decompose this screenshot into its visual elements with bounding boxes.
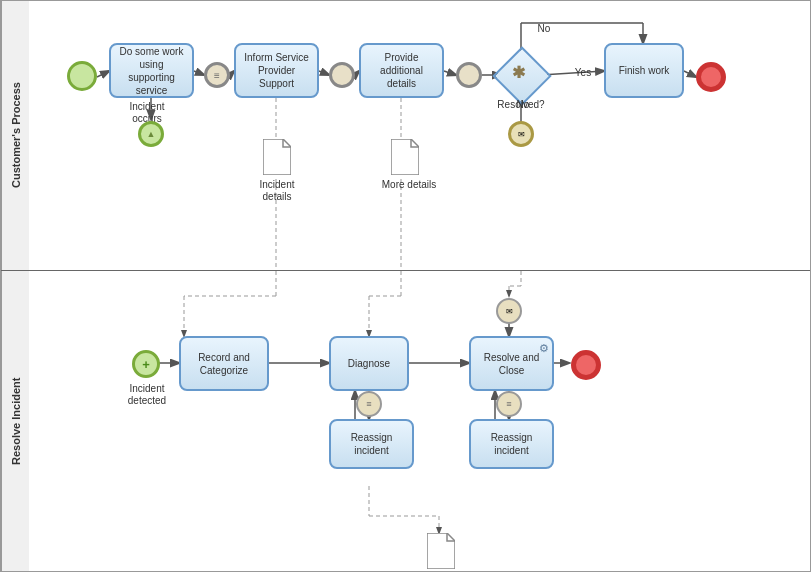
start-event-1: [67, 61, 97, 91]
task-inform-service[interactable]: Inform Service Provider Support: [234, 43, 319, 98]
svg-line-5: [444, 71, 456, 75]
task-record-categorize[interactable]: Record and Categorize: [179, 336, 269, 391]
svg-line-3: [319, 71, 329, 75]
end-event-2: [571, 350, 601, 380]
task-provide-details[interactable]: Provide additional details: [359, 43, 444, 98]
start-event-incident: +: [132, 350, 160, 378]
intermediate-event-envelope-no: ✉: [508, 121, 534, 147]
intermediate-event-list-diagnose: ≡: [356, 391, 382, 417]
label-more-details: More details: [379, 179, 439, 191]
label-incident-detected: Incident detected: [117, 383, 177, 407]
lane-bottom: Resolve Incident: [1, 271, 810, 571]
lane-top-content: Do some work using supporting service ≡ …: [29, 1, 810, 270]
data-object-incident-details: [263, 139, 291, 175]
end-event-1: [696, 62, 726, 92]
list-icon: ≡: [214, 70, 220, 81]
svg-line-0: [97, 71, 109, 77]
intermediate-event-wait-response: [329, 62, 355, 88]
task-reassign-2[interactable]: Reassign incident: [469, 419, 554, 469]
lane-bottom-content: + Incident detected Record and Categoriz…: [29, 271, 810, 571]
svg-marker-19: [391, 139, 419, 175]
label-no-top: No: [534, 23, 554, 35]
gateway-resolved: ✱: [501, 55, 543, 97]
task-do-work[interactable]: Do some work using supporting service: [109, 43, 194, 98]
intermediate-event-message-1: ≡: [204, 62, 230, 88]
lane-top: Customer's Process: [1, 1, 810, 271]
task-finish-work[interactable]: Finish work: [604, 43, 684, 98]
lane-top-label: Customer's Process: [1, 1, 29, 270]
intermediate-event-envelope-resolve: ✉: [496, 298, 522, 324]
intermediate-event-triangle: ▲: [138, 121, 164, 147]
lane-bottom-label: Resolve Incident: [1, 271, 29, 571]
bpmn-diagram: Customer's Process: [0, 0, 811, 572]
intermediate-event-wait-resolution: [456, 62, 482, 88]
svg-line-8: [684, 71, 696, 77]
task-reassign-1[interactable]: Reassign incident: [329, 419, 414, 469]
label-no-bottom: No: [513, 99, 533, 111]
label-yes: Yes: [573, 67, 593, 79]
svg-marker-43: [427, 533, 455, 569]
svg-line-1: [194, 71, 204, 75]
task-resolve-close[interactable]: Resolve and Close ⚙: [469, 336, 554, 391]
intermediate-event-list-resolve: ≡: [496, 391, 522, 417]
label-incident-details: Incident details: [247, 179, 307, 203]
data-object-more-details: [391, 139, 419, 175]
svg-marker-18: [263, 139, 291, 175]
bottom-arrows-svg: [29, 271, 810, 571]
task-diagnose[interactable]: Diagnose: [329, 336, 409, 391]
data-object-incident-record: [427, 533, 455, 569]
